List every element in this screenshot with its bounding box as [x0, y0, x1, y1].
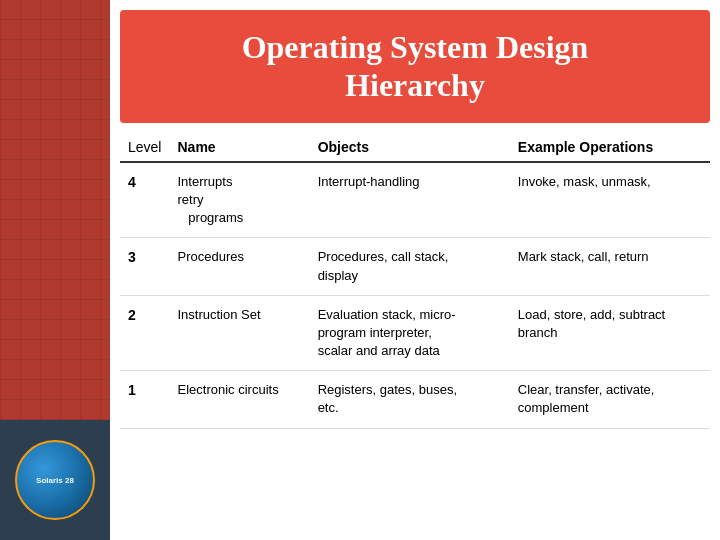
title-line1: Operating System Design	[242, 29, 589, 65]
globe-icon: Solaris 28	[15, 440, 95, 520]
globe-label: Solaris 28	[36, 476, 74, 485]
row4-example: Invoke, mask, unmask,	[510, 162, 710, 238]
table-row: 3 Procedures Procedures, call stack,disp…	[120, 238, 710, 295]
row4-objects: Interrupt-handling	[310, 162, 510, 238]
row3-name: Procedures	[170, 238, 310, 295]
table-header-row: Level Name Objects Example Operations	[120, 133, 710, 162]
row2-example: Load, store, add, subtractbranch	[510, 295, 710, 371]
col-header-example: Example Operations	[510, 133, 710, 162]
row3-level: 3	[120, 238, 170, 295]
sidebar-bottom: Solaris 28	[0, 420, 110, 540]
row2-objects: Evaluation stack, micro-program interpre…	[310, 295, 510, 371]
row2-name: Instruction Set	[170, 295, 310, 371]
col-header-objects: Objects	[310, 133, 510, 162]
row1-level: 1	[120, 371, 170, 428]
row1-example: Clear, transfer, activate,complement	[510, 371, 710, 428]
left-sidebar: Solaris 28	[0, 0, 110, 540]
main-content: Operating System Design Hierarchy Level …	[110, 0, 720, 540]
header-box: Operating System Design Hierarchy	[120, 10, 710, 123]
title-line2: Hierarchy	[345, 67, 485, 103]
page-title: Operating System Design Hierarchy	[140, 28, 690, 105]
col-header-level: Level	[120, 133, 170, 162]
table-row: 4 Interruptsretry programs Interrupt-han…	[120, 162, 710, 238]
table-row: 1 Electronic circuits Registers, gates, …	[120, 371, 710, 428]
col-header-name: Name	[170, 133, 310, 162]
hierarchy-table: Level Name Objects Example Operations 4 …	[120, 133, 710, 429]
table-area: Level Name Objects Example Operations 4 …	[110, 128, 720, 540]
row1-name: Electronic circuits	[170, 371, 310, 428]
row2-level: 2	[120, 295, 170, 371]
table-row: 2 Instruction Set Evaluation stack, micr…	[120, 295, 710, 371]
row1-objects: Registers, gates, buses,etc.	[310, 371, 510, 428]
row3-objects: Procedures, call stack,display	[310, 238, 510, 295]
row4-name: Interruptsretry programs	[170, 162, 310, 238]
row3-example: Mark stack, call, return	[510, 238, 710, 295]
row4-level: 4	[120, 162, 170, 238]
